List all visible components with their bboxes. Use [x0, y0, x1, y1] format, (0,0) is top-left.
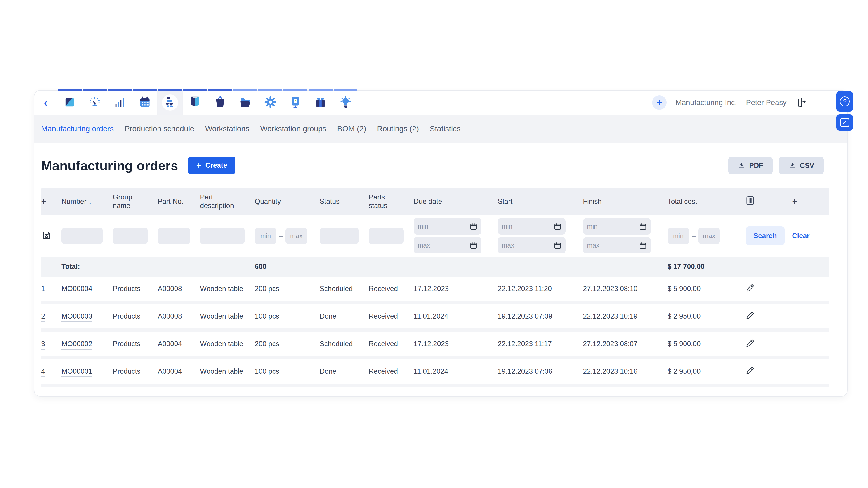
- save-filter-icon[interactable]: [41, 230, 61, 241]
- pdf-export-button[interactable]: PDF: [728, 157, 773, 174]
- filter-cell-2: [113, 228, 158, 244]
- edit-pencil-icon[interactable]: [746, 283, 792, 294]
- filter-input-1[interactable]: [61, 228, 103, 244]
- column-header-1[interactable]: Number ↓: [61, 197, 113, 206]
- add-button[interactable]: +: [652, 95, 666, 110]
- tasks-button[interactable]: ✓: [836, 114, 853, 131]
- user-name[interactable]: Peter Peasy: [746, 98, 786, 107]
- bulb-icon: [339, 96, 352, 109]
- app-tab-gantt[interactable]: [157, 91, 182, 115]
- column-header-0[interactable]: +: [41, 197, 61, 206]
- app-tab-book[interactable]: [182, 91, 208, 115]
- parts-status-cell: Received: [369, 367, 414, 376]
- mo-number-link[interactable]: MO00001: [61, 367, 113, 376]
- row-number-link[interactable]: 1: [41, 285, 61, 293]
- mo-number-link[interactable]: MO00003: [61, 312, 113, 320]
- row-number-link[interactable]: 3: [41, 340, 61, 348]
- tab-manufacturing-orders[interactable]: Manufacturing orders: [41, 124, 114, 133]
- column-header-11[interactable]: Total cost: [668, 197, 746, 206]
- group-name-cell: Products: [113, 340, 158, 348]
- filter-date-max-input[interactable]: max: [498, 237, 565, 254]
- download-icon: [788, 162, 796, 169]
- filter-cell-12: Search: [746, 226, 792, 246]
- filter-date-min-input[interactable]: min: [583, 218, 651, 234]
- app-tab-bar-chart[interactable]: [107, 91, 132, 115]
- filter-input-3[interactable]: [158, 228, 190, 244]
- filter-input-6[interactable]: [320, 228, 359, 244]
- clear-button[interactable]: Clear: [792, 232, 810, 240]
- edit-pencil-icon[interactable]: [746, 338, 792, 349]
- calendar-icon: [470, 223, 477, 230]
- filter-input-4[interactable]: [200, 228, 245, 244]
- columns-settings-icon[interactable]: [746, 195, 792, 208]
- column-header-4[interactable]: Part description: [200, 193, 255, 210]
- edit-pencil-icon[interactable]: [746, 311, 792, 322]
- filter-min-input[interactable]: [668, 228, 689, 244]
- column-header-6[interactable]: Status: [320, 197, 369, 206]
- csv-export-button[interactable]: CSV: [779, 157, 824, 174]
- column-header-13[interactable]: +: [792, 197, 829, 206]
- filter-max-input[interactable]: [285, 228, 307, 244]
- filter-input-7[interactable]: [369, 228, 404, 244]
- tab-bom-2-[interactable]: BOM (2): [337, 124, 366, 133]
- app-tab-board[interactable]: [283, 91, 308, 115]
- total-cost-cell: $ 5 900,00: [668, 340, 746, 348]
- filter-date-max-input[interactable]: max: [414, 237, 482, 254]
- group-name-cell: Products: [113, 285, 158, 293]
- app-tab-bulb[interactable]: [333, 91, 358, 115]
- collapse-sidebar-button[interactable]: ‹: [34, 91, 57, 115]
- gantt-icon: [163, 96, 177, 109]
- column-header-3[interactable]: Part No.: [158, 197, 200, 206]
- row-number-link[interactable]: 2: [41, 312, 61, 320]
- filter-cell-11: –: [668, 228, 746, 244]
- calendar-icon: [639, 223, 647, 230]
- app-icon-strip: [57, 91, 358, 115]
- column-header-9[interactable]: Start: [498, 197, 583, 206]
- create-button[interactable]: + Create: [188, 157, 235, 174]
- app-tab-gear[interactable]: [258, 91, 283, 115]
- logout-icon[interactable]: [796, 97, 807, 108]
- table-row: 2MO00003ProductsA00008Wooden table100 pc…: [41, 304, 829, 328]
- column-header-10[interactable]: Finish: [583, 197, 668, 206]
- app-tab-folder[interactable]: [232, 91, 258, 115]
- app-tab-gift[interactable]: [308, 91, 333, 115]
- row-number-link[interactable]: 4: [41, 367, 61, 376]
- module-tab-bar: Manufacturing ordersProduction scheduleW…: [34, 115, 847, 142]
- filter-date-min-input[interactable]: min: [498, 218, 565, 234]
- tab-workstation-groups[interactable]: Workstation groups: [260, 124, 326, 133]
- finish-cell: 22.12.2023 10:16: [583, 367, 668, 376]
- edit-pencil-icon[interactable]: [746, 366, 792, 377]
- mo-number-link[interactable]: MO00002: [61, 340, 113, 348]
- filter-date-min-input[interactable]: min: [414, 218, 482, 234]
- finish-cell: 22.12.2023 10:19: [583, 312, 668, 320]
- company-name[interactable]: Manufacturing Inc.: [676, 98, 737, 107]
- total-label: Total:: [61, 263, 113, 271]
- calendar-icon: [470, 241, 477, 249]
- filter-min-input[interactable]: [255, 228, 276, 244]
- filter-date-max-input[interactable]: max: [583, 237, 651, 254]
- table-total-row: Total:600$ 17 700,00: [41, 257, 829, 276]
- tab-production-schedule[interactable]: Production schedule: [125, 124, 194, 133]
- part-description-cell: Wooden table: [200, 312, 255, 321]
- search-button[interactable]: Search: [746, 226, 784, 246]
- filter-cell-6: [320, 228, 369, 244]
- tab-routings-2-[interactable]: Routings (2): [377, 124, 419, 133]
- filter-input-2[interactable]: [113, 228, 148, 244]
- mo-number-link[interactable]: MO00004: [61, 285, 113, 293]
- gear-icon: [264, 96, 277, 109]
- table-header-row: +Number ↓Group namePart No.Part descript…: [41, 188, 829, 215]
- calendar-icon: [554, 241, 561, 249]
- app-tab-logo[interactable]: [57, 91, 82, 115]
- column-header-7[interactable]: Parts status: [369, 193, 414, 210]
- tab-statistics[interactable]: Statistics: [430, 124, 460, 133]
- column-header-2[interactable]: Group name: [113, 193, 158, 210]
- column-header-8[interactable]: Due date: [414, 197, 498, 206]
- app-tab-calendar[interactable]: [132, 91, 157, 115]
- filter-max-input[interactable]: [698, 228, 720, 244]
- help-button[interactable]: ?: [836, 91, 853, 111]
- app-tab-gauge[interactable]: [82, 91, 107, 115]
- tab-workstations[interactable]: Workstations: [205, 124, 249, 133]
- loading-segment: [58, 89, 82, 91]
- column-header-5[interactable]: Quantity: [255, 197, 320, 206]
- app-tab-basket[interactable]: [208, 91, 232, 115]
